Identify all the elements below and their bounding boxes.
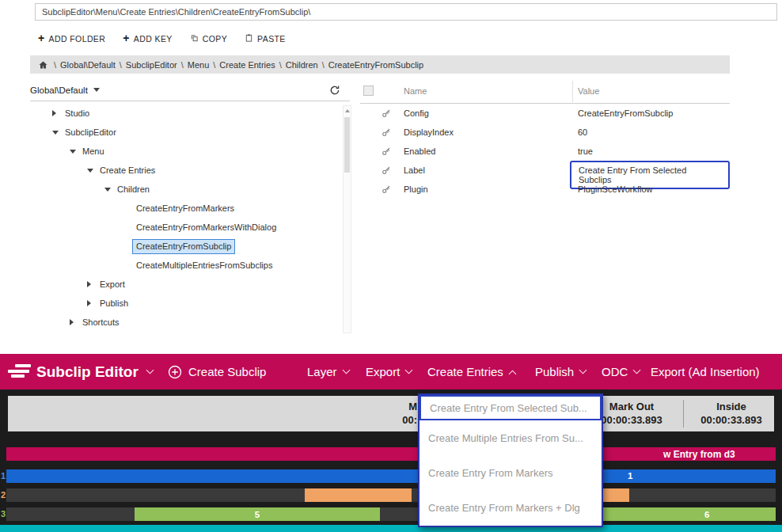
refresh-button[interactable] bbox=[329, 85, 340, 96]
menu-export-ad-insertion[interactable]: Export (Ad Insertion) bbox=[651, 354, 760, 390]
menu-label: ODC bbox=[602, 365, 628, 378]
tree-item-label: Shortcuts bbox=[82, 317, 119, 327]
track-3-segment[interactable]: 6 bbox=[582, 507, 776, 521]
breadcrumb-item[interactable]: Create Entries bbox=[219, 60, 275, 70]
chevron-down-icon[interactable] bbox=[87, 169, 95, 173]
tree-item-studio[interactable]: Studio bbox=[30, 104, 350, 123]
dropdown-item-label: Create Multiple Entries From Su... bbox=[428, 432, 583, 444]
chevron-up-icon bbox=[508, 370, 516, 378]
config-toolbar: ADD FOLDER ADD KEY COPY PASTE bbox=[38, 32, 286, 46]
table-header: Name Value bbox=[360, 79, 730, 104]
chevron-down-icon bbox=[579, 367, 587, 374]
breadcrumb: \ Global\Default \ SubclipEditor \ Menu … bbox=[30, 55, 730, 74]
entry-strip[interactable]: w Entry from d3 bbox=[6, 447, 776, 461]
table-row[interactable]: Enabled true bbox=[360, 142, 730, 161]
track-2-segment[interactable] bbox=[305, 488, 412, 502]
menu-publish[interactable]: Publish bbox=[535, 354, 586, 390]
track-1-bar[interactable]: 1 bbox=[6, 469, 776, 483]
tree-item-label: Create Entries bbox=[100, 165, 155, 175]
plus-icon bbox=[38, 34, 45, 44]
menu-create-entries[interactable]: Create Entries bbox=[427, 354, 515, 390]
app-title: Subclip Editor bbox=[36, 363, 139, 381]
select-all-checkbox[interactable] bbox=[363, 86, 374, 96]
tree-item-create-entries[interactable]: Create Entries bbox=[30, 161, 350, 180]
menu-label: Create Subclip bbox=[188, 365, 266, 378]
tree-item-subclipeditor[interactable]: SubclipEditor bbox=[30, 123, 350, 142]
tree-item-label: Publish bbox=[100, 298, 128, 308]
column-header-value: Value bbox=[578, 86, 599, 96]
dropdown-item-create-multiple-entries-from-subclips[interactable]: Create Multiple Entries From Su... bbox=[419, 420, 602, 455]
chevron-right-icon[interactable] bbox=[87, 300, 95, 306]
properties-table: Name Value Config CreateEntryFromSubclip… bbox=[360, 79, 730, 344]
scrollbar-thumb[interactable] bbox=[344, 117, 350, 173]
breadcrumb-item[interactable]: Menu bbox=[188, 60, 210, 70]
tree-item-label: CreateMultipleEntriesFromSubclips bbox=[136, 260, 272, 270]
chevron-down-icon bbox=[342, 367, 350, 374]
paste-button[interactable]: PASTE bbox=[245, 33, 286, 44]
dropdown-item-create-entry-from-markers-dlg[interactable]: Create Entry From Markers + Dlg bbox=[419, 490, 602, 525]
tree-item-menu[interactable]: Menu bbox=[30, 142, 350, 161]
scroll-up-icon[interactable] bbox=[345, 109, 350, 112]
track-2[interactable] bbox=[6, 488, 776, 502]
tree-item-createmultipleentriesfromsubclips[interactable]: CreateMultipleEntriesFromSubclips bbox=[30, 256, 350, 275]
editor-stage: M 00: Mark Out 00:00:33.893 Inside 00:00… bbox=[0, 390, 782, 532]
table-row[interactable]: Config CreateEntryFromSubclip bbox=[360, 104, 730, 123]
breadcrumb-item[interactable]: Global\Default bbox=[60, 60, 116, 70]
breadcrumb-item[interactable]: CreateEntryFromSubclip bbox=[328, 60, 423, 70]
tree-item-createentryfrommarkerswithdialog[interactable]: CreateEntryFromMarkersWithDialog bbox=[30, 218, 350, 237]
tree-root-selector[interactable]: Global\Default bbox=[30, 79, 350, 101]
plus-icon bbox=[123, 34, 130, 44]
chevron-right-icon[interactable] bbox=[70, 319, 78, 325]
tree-item-publish[interactable]: Publish bbox=[30, 294, 350, 313]
dropdown-item-create-entry-from-markers[interactable]: Create Entry From Markers bbox=[419, 455, 602, 490]
chevron-right-icon[interactable] bbox=[87, 281, 95, 287]
tree-item-createentryfrommarkers[interactable]: CreateEntryFromMarkers bbox=[30, 199, 350, 218]
tree-item-label: Export bbox=[100, 279, 125, 289]
chevron-right-icon[interactable] bbox=[52, 110, 60, 116]
app-logo[interactable] bbox=[8, 364, 32, 380]
key-icon bbox=[382, 184, 391, 194]
chevron-down-icon[interactable] bbox=[52, 131, 60, 135]
home-icon[interactable] bbox=[38, 60, 48, 70]
copy-button[interactable]: COPY bbox=[190, 33, 227, 44]
property-value: true bbox=[578, 146, 593, 156]
app-title-menu[interactable]: Subclip Editor bbox=[36, 354, 153, 390]
menu-label: Publish bbox=[535, 365, 574, 378]
menu-export[interactable]: Export bbox=[366, 354, 412, 390]
tree-item-children[interactable]: Children bbox=[30, 180, 350, 199]
tree-scrollbar[interactable] bbox=[343, 105, 351, 333]
track-3-segment[interactable]: 5 bbox=[135, 507, 380, 521]
tree-items: Studio SubclipEditor Menu Create Entries… bbox=[30, 104, 350, 332]
copy-icon bbox=[190, 33, 199, 44]
table-row[interactable]: DisplayIndex 60 bbox=[360, 123, 730, 142]
track-3[interactable]: 5 6 bbox=[6, 507, 776, 521]
table-row[interactable]: Plugin PluginSceWorkflow bbox=[360, 180, 730, 199]
property-value: 60 bbox=[578, 127, 587, 137]
menu-create-subclip[interactable]: Create Subclip bbox=[168, 354, 266, 390]
add-folder-button[interactable]: ADD FOLDER bbox=[38, 34, 105, 44]
chevron-down-icon bbox=[633, 367, 641, 374]
table-row[interactable]: Label Create Entry From Selected Subclip… bbox=[360, 161, 730, 180]
tree-item-label: Studio bbox=[65, 108, 89, 118]
tree-panel: Global\Default Studio SubclipEditor Menu… bbox=[30, 79, 350, 344]
property-name: Plugin bbox=[404, 184, 428, 194]
path-input[interactable] bbox=[35, 3, 777, 21]
breadcrumb-item[interactable]: SubclipEditor bbox=[126, 60, 177, 70]
tree-item-export[interactable]: Export bbox=[30, 275, 350, 294]
dropdown-item-label: Create Entry From Markers + Dlg bbox=[428, 502, 580, 514]
breadcrumb-item[interactable]: Children bbox=[286, 60, 318, 70]
menu-layer[interactable]: Layer bbox=[307, 354, 349, 390]
dropdown-item-label: Create Entry From Selected Sub... bbox=[430, 402, 587, 414]
tree-item-label: CreateEntryFromSubclip bbox=[132, 239, 235, 254]
chevron-down-icon bbox=[146, 367, 154, 374]
add-key-button[interactable]: ADD KEY bbox=[123, 34, 172, 44]
chevron-down-icon[interactable] bbox=[104, 188, 112, 192]
mark-in-partial: M 00: bbox=[354, 401, 417, 427]
chevron-down-icon[interactable] bbox=[70, 150, 78, 154]
dropdown-item-create-entry-from-selected-subclips[interactable]: Create Entry From Selected Sub... bbox=[419, 395, 602, 420]
tree-item-shortcuts[interactable]: Shortcuts bbox=[30, 313, 350, 332]
tree-item-createentryfromsubclip-selected[interactable]: CreateEntryFromSubclip bbox=[30, 237, 350, 256]
bottom-teal-bar bbox=[0, 525, 782, 532]
menu-odc[interactable]: ODC bbox=[602, 354, 640, 390]
breadcrumb-separator: \ bbox=[50, 60, 60, 70]
